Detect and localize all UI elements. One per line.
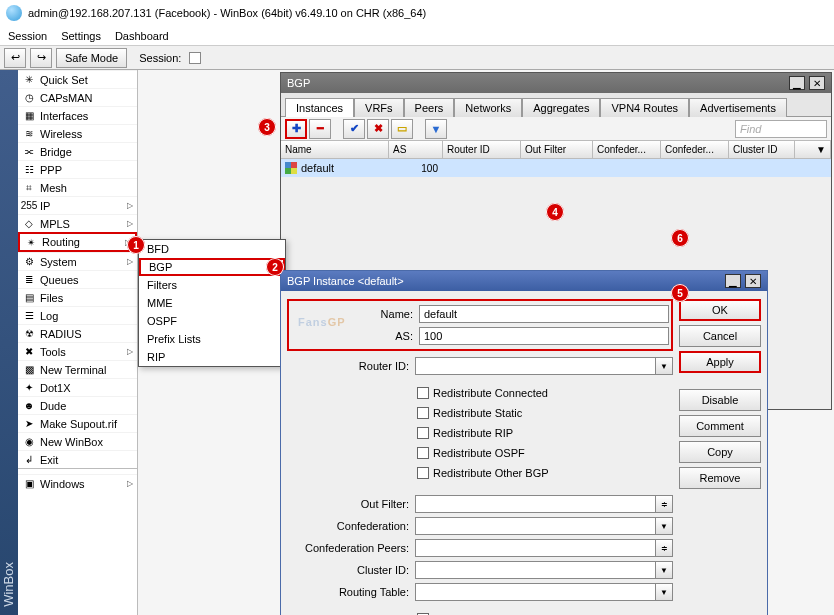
sidebar-item-mesh[interactable]: ⌗Mesh — [18, 178, 137, 196]
sidebar-item-exit[interactable]: ↲Exit — [18, 450, 137, 468]
sidebar-item-new-winbox[interactable]: ◉New WinBox — [18, 432, 137, 450]
column-confeder[interactable]: Confeder... — [661, 141, 729, 158]
column-clusterid[interactable]: Cluster ID — [729, 141, 795, 158]
cancel-button[interactable]: Cancel — [679, 325, 761, 347]
sidebar-item-new-terminal[interactable]: ▩New Terminal — [18, 360, 137, 378]
sidebar-item-radius[interactable]: ☢RADIUS — [18, 324, 137, 342]
sidebar-item-label: IP — [40, 200, 50, 212]
submenu-item-prefix-lists[interactable]: Prefix Lists — [139, 330, 285, 348]
confederation-input[interactable] — [415, 517, 656, 535]
filter-button[interactable]: ▼ — [425, 119, 447, 139]
instance-window-header[interactable]: BGP Instance <default> ▁ ✕ — [281, 271, 767, 291]
copy-button[interactable]: Copy — [679, 441, 761, 463]
capsman-icon: ◷ — [22, 92, 36, 104]
tab-instances[interactable]: Instances — [285, 98, 354, 117]
sidebar-item-dude[interactable]: ☻Dude — [18, 396, 137, 414]
routingtable-dropdown[interactable]: ▼ — [655, 583, 673, 601]
close-icon[interactable]: ✕ — [809, 76, 825, 90]
comment-button[interactable]: ▭ — [391, 119, 413, 139]
redistribute-rip-checkbox[interactable] — [417, 427, 429, 439]
sidebar-item-mpls[interactable]: ◇MPLS▷ — [18, 214, 137, 232]
routingtable-input[interactable] — [415, 583, 656, 601]
minimize-icon[interactable]: ▁ — [789, 76, 805, 90]
add-button[interactable]: ✚ — [285, 119, 307, 139]
outfilter-input[interactable] — [415, 495, 656, 513]
redistribute-otherbgp-checkbox[interactable] — [417, 467, 429, 479]
sidebar-item-capsman[interactable]: ◷CAPsMAN — [18, 88, 137, 106]
close-icon[interactable]: ✕ — [745, 274, 761, 288]
enable-button[interactable]: ✔ — [343, 119, 365, 139]
column-confeder[interactable]: Confeder... — [593, 141, 661, 158]
as-input[interactable]: 100 — [419, 327, 669, 345]
submenu-item-bgp[interactable]: BGP — [139, 258, 285, 276]
submenu-item-ospf[interactable]: OSPF — [139, 312, 285, 330]
redistribute-connected-checkbox[interactable] — [417, 387, 429, 399]
submenu-item-mme[interactable]: MME — [139, 294, 285, 312]
sidebar-item-log[interactable]: ☰Log — [18, 306, 137, 324]
sidebar-item-bridge[interactable]: ⫘Bridge — [18, 142, 137, 160]
sidebar-item-interfaces[interactable]: ▦Interfaces — [18, 106, 137, 124]
sidebar-item-tools[interactable]: ✖Tools▷ — [18, 342, 137, 360]
minimize-icon[interactable]: ▁ — [725, 274, 741, 288]
confederation-dropdown[interactable]: ▼ — [655, 517, 673, 535]
sidebar-item-routing[interactable]: ✴Routing▷ — [18, 232, 137, 252]
left-rail: WinBox — [0, 70, 18, 615]
comment-button[interactable]: Comment — [679, 415, 761, 437]
menu-session[interactable]: Session — [8, 30, 47, 42]
safe-mode-button[interactable]: Safe Mode — [56, 48, 127, 68]
column-routerid[interactable]: Router ID — [443, 141, 521, 158]
redistribute-static-checkbox[interactable] — [417, 407, 429, 419]
sidebar-item-queues[interactable]: ≣Queues — [18, 270, 137, 288]
back-button[interactable]: ↩ — [4, 48, 26, 68]
remove-button[interactable]: ━ — [309, 119, 331, 139]
menu-settings[interactable]: Settings — [61, 30, 101, 42]
sidebar-item-label: Dot1X — [40, 382, 71, 394]
routerid-dropdown[interactable]: ▼ — [655, 357, 673, 375]
table-row[interactable]: default 100 — [281, 159, 831, 177]
clusterid-input[interactable] — [415, 561, 656, 579]
sidebar-item-ip[interactable]: 255IP▷ — [18, 196, 137, 214]
tab-networks[interactable]: Networks — [454, 98, 522, 117]
submenu-item-filters[interactable]: Filters — [139, 276, 285, 294]
sidebar-item-system[interactable]: ⚙System▷ — [18, 252, 137, 270]
sidebar-item-wireless[interactable]: ≋Wireless — [18, 124, 137, 142]
submenu-item-bfd[interactable]: BFD — [139, 240, 285, 258]
confederation-peers-input[interactable] — [415, 539, 656, 557]
redistribute-ospf-checkbox[interactable] — [417, 447, 429, 459]
routerid-input[interactable] — [415, 357, 656, 375]
tab-vpn4-routes[interactable]: VPN4 Routes — [600, 98, 689, 117]
sidebar-item-label: PPP — [40, 164, 62, 176]
column-name[interactable]: Name — [281, 141, 389, 158]
sidebar-item-dot1x[interactable]: ✦Dot1X — [18, 378, 137, 396]
name-as-group: Name: default AS: 100 — [287, 299, 673, 351]
app-icon — [6, 5, 22, 21]
disable-button[interactable]: Disable — [679, 389, 761, 411]
tab-advertisements[interactable]: Advertisements — [689, 98, 787, 117]
submenu-item-rip[interactable]: RIP — [139, 348, 285, 366]
sidebar-item-windows[interactable]: ▣Windows▷ — [18, 474, 137, 492]
apply-button[interactable]: Apply — [679, 351, 761, 373]
menu-dashboard[interactable]: Dashboard — [115, 30, 169, 42]
bridge-icon: ⫘ — [22, 146, 36, 158]
session-checkbox[interactable] — [189, 52, 201, 64]
column-outfilter[interactable]: Out Filter — [521, 141, 593, 158]
ok-button[interactable]: OK — [679, 299, 761, 321]
tab-aggregates[interactable]: Aggregates — [522, 98, 600, 117]
bgp-window-header[interactable]: BGP ▁ ✕ — [281, 73, 831, 93]
name-input[interactable]: default — [419, 305, 669, 323]
find-input[interactable]: Find — [735, 120, 827, 138]
forward-button[interactable]: ↪ — [30, 48, 52, 68]
clusterid-dropdown[interactable]: ▼ — [655, 561, 673, 579]
sidebar-item-quick-set[interactable]: ✳Quick Set — [18, 70, 137, 88]
outfilter-dropdown[interactable]: ≑ — [655, 495, 673, 513]
sidebar-item-ppp[interactable]: ☷PPP — [18, 160, 137, 178]
disable-button[interactable]: ✖ — [367, 119, 389, 139]
sidebar-item-files[interactable]: ▤Files — [18, 288, 137, 306]
confederation-peers-dropdown[interactable]: ≑ — [655, 539, 673, 557]
tab-peers[interactable]: Peers — [404, 98, 455, 117]
tab-vrfs[interactable]: VRFs — [354, 98, 404, 117]
column-as[interactable]: AS — [389, 141, 443, 158]
remove-button[interactable]: Remove — [679, 467, 761, 489]
column-menu[interactable]: ▼ — [795, 141, 831, 158]
sidebar-item-make-supout.rif[interactable]: ➤Make Supout.rif — [18, 414, 137, 432]
